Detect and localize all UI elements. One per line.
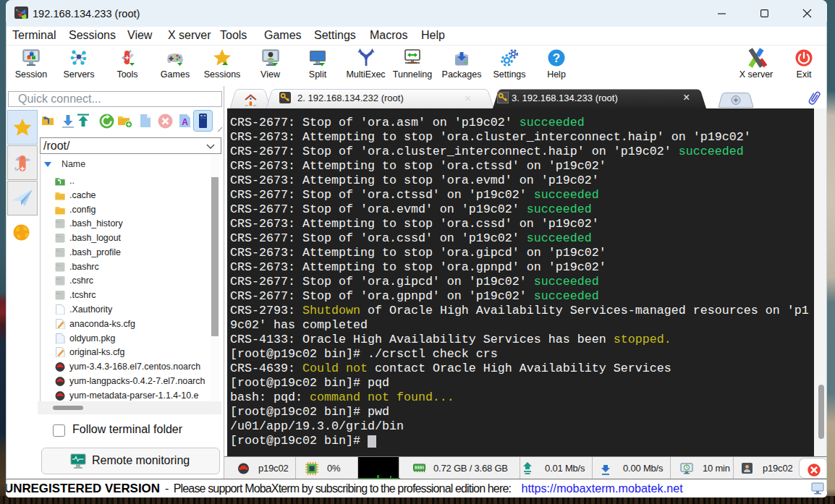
svg-text:?: ? bbox=[553, 51, 560, 65]
svg-text:>_: >_ bbox=[16, 8, 21, 13]
svg-text:A: A bbox=[182, 117, 188, 127]
